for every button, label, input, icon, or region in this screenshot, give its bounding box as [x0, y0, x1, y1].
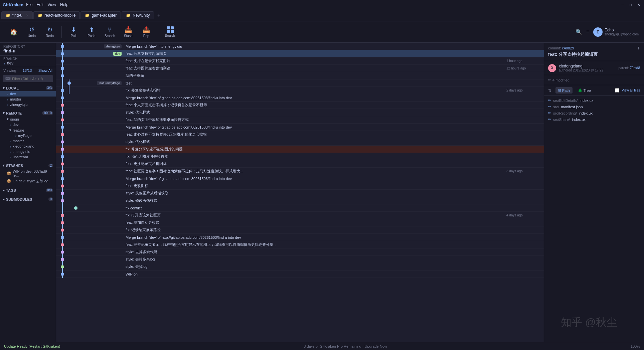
- tree-view-button[interactable]: 🌲 Tree: [575, 87, 594, 94]
- commit-row[interactable]: feat: 我的页面中添加抹架桌面快捷方式: [56, 116, 544, 124]
- sidebar-item-remote-feature[interactable]: ▾ feature: [3, 127, 56, 133]
- stash-item-2[interactable]: 📦 On dev: style: 去除log: [0, 178, 56, 184]
- stash-icon: 📥: [125, 26, 132, 33]
- update-status[interactable]: Update Ready (Restart GitKraken): [4, 344, 60, 348]
- close-button[interactable]: ✕: [636, 2, 641, 7]
- push-button[interactable]: ⬆ Push: [83, 25, 100, 39]
- commit-row[interactable]: style: 头像图片从后端获取: [56, 190, 544, 197]
- view-all-files-button[interactable]: View all files: [615, 88, 640, 93]
- commit-message: 我的子页面: [123, 73, 544, 78]
- download-icon[interactable]: ⬇: [637, 46, 640, 50]
- avatar: E: [593, 27, 603, 37]
- search-icon[interactable]: 🔍: [576, 29, 582, 35]
- add-tab-button[interactable]: +: [155, 11, 163, 19]
- boards-button[interactable]: Boards: [162, 25, 179, 39]
- detail-file-4[interactable]: ✏ src/Share/ index.ux: [544, 116, 644, 123]
- pull-button[interactable]: ⬇ Pull: [65, 25, 82, 39]
- sidebar-item-remote-mypage[interactable]: ⑂ myPage: [3, 133, 56, 138]
- tags-section-header[interactable]: ▸ TAGS 0/0: [0, 187, 56, 193]
- commit-row[interactable]: fix: 修复发布动态报错2 days ago: [56, 87, 544, 94]
- chevron-icon-stashes: ▾: [3, 163, 5, 168]
- commit-row[interactable]: devfeat: 分享支持拉起编辑页: [56, 50, 544, 57]
- branch-button[interactable]: ⑂ Branch: [101, 25, 119, 39]
- menu-edit[interactable]: Edit: [36, 2, 43, 7]
- commit-message: feat: 个人页面点击不搁掉；记录页首次记录不显示: [123, 103, 544, 108]
- commit-row[interactable]: feat: 更换记录页相机图标: [56, 160, 544, 168]
- commit-row[interactable]: fix: 动态无图片时去掉首器: [56, 153, 544, 160]
- branch-icon: ⑂: [3, 61, 6, 65]
- commit-row[interactable]: Merge branch 'dev' of gitlab.os.adc.com:…: [56, 124, 544, 131]
- undo-button[interactable]: ↺ Undo: [23, 25, 40, 39]
- commit-row[interactable]: WIP on: [56, 271, 544, 278]
- tab-find-u[interactable]: 📁 find-u ✕: [1, 11, 33, 19]
- show-all-button[interactable]: Show All: [38, 68, 52, 72]
- detail-file-3[interactable]: ✏ src/Recording/ index.ux: [544, 110, 644, 116]
- commit-row[interactable]: feat: 支持在记录页找完图片1 hour ago: [56, 57, 544, 65]
- commit-row[interactable]: feat: 走心过程不支持暂停; 压缩图片;优化走心按钮: [56, 131, 544, 138]
- pull-icon: ⬇: [71, 26, 76, 33]
- menu-file[interactable]: File: [26, 2, 32, 7]
- commit-row[interactable]: style: 去掉多余代码: [56, 248, 544, 256]
- commit-row[interactable]: feature/myPagetest: [56, 79, 544, 87]
- commit-row[interactable]: zhengyiqiuMerge branch 'dev' into zhengy…: [56, 43, 544, 50]
- remote-section-header[interactable]: ▾ REMOTE 10/10: [0, 110, 56, 116]
- submodules-section-header[interactable]: ▸ SUBMODULES 0: [0, 196, 56, 202]
- sidebar-item-master[interactable]: ⑂ master: [0, 97, 56, 102]
- maximize-button[interactable]: □: [628, 2, 633, 7]
- commit-row[interactable]: fix: 打开应该为社区页4 days ago: [56, 212, 544, 219]
- branch-label-tag: feature/myPage: [97, 81, 122, 85]
- stashes-section-header[interactable]: ▾ STASHES 2: [0, 162, 56, 169]
- sidebar-item-dev[interactable]: ⑂ dev: [0, 91, 56, 97]
- commit-row[interactable]: fix: 修复分享轨迹不能选图片的问题: [56, 146, 544, 153]
- sidebar-item-remote-master[interactable]: ⑂ master: [3, 138, 56, 144]
- sidebar-item-origin[interactable]: ▾ origin: [0, 116, 56, 122]
- zoom-level: 100%: [631, 344, 640, 348]
- tab-newunity[interactable]: 📁 NewUnity: [122, 11, 154, 19]
- commit-row[interactable]: style: 修改头像样式: [56, 197, 544, 204]
- stash-item-1[interactable]: 📦 WIP on dev: 037fad9 fe...: [0, 169, 56, 178]
- commit-row[interactable]: style: 优化样式: [56, 138, 544, 146]
- minimize-button[interactable]: ─: [620, 2, 625, 7]
- commit-graph-cell: [56, 116, 123, 124]
- sidebar-item-remote-zhengyiqiu[interactable]: ⑂ zhengyiqiu: [3, 149, 56, 154]
- menu-help[interactable]: Help: [60, 2, 68, 7]
- commit-row[interactable]: style: 去掉log: [56, 263, 544, 271]
- tab-close-icon[interactable]: ✕: [26, 14, 28, 17]
- sidebar-item-remote-dev[interactable]: ⑂ dev: [3, 122, 56, 127]
- remote-dev-label: dev: [13, 123, 19, 127]
- commit-row[interactable]: fix conflict: [56, 204, 544, 212]
- sidebar-item-zhengyiqiu[interactable]: ⑂ zhengyiqiu: [0, 102, 56, 107]
- commit-row[interactable]: feat: 个人页面点击不搁掉；记录页首次记录不显示: [56, 102, 544, 109]
- commit-row[interactable]: feat: 支持图片左右鲁动浏览12 hours ago: [56, 65, 544, 72]
- path-view-button[interactable]: ⊟ Path: [555, 87, 573, 94]
- commit-row[interactable]: Merge branch 'dev' of http://gitlab.os.a…: [56, 234, 544, 241]
- commit-row[interactable]: feat: 增加自动走模式: [56, 219, 544, 226]
- filter-input[interactable]: [12, 77, 56, 81]
- menu-icon[interactable]: ≡: [586, 29, 589, 35]
- menu-view[interactable]: View: [47, 2, 56, 7]
- sidebar-item-remote-xiedongxiang[interactable]: ⑂ xiedongxiang: [3, 144, 56, 149]
- commit-message: feat: 社区更改名字！图标改为紫色不拉伸；走马灯速度加快、样式增大；: [123, 169, 504, 174]
- remote-upstream-label: upstream: [13, 155, 28, 159]
- detail-file-1[interactable]: ✏ src/EditDetails/ index.ux: [544, 97, 644, 104]
- commit-row[interactable]: fix: 记录结束展示路径: [56, 226, 544, 234]
- sidebar-item-remote-upstream[interactable]: ⑂ upstream: [3, 154, 56, 160]
- svg-point-41: [61, 184, 64, 188]
- commit-row[interactable]: Merge branch 'dev' of gitlab.os.adc.com:…: [56, 94, 544, 102]
- tab-react-antd-mobile[interactable]: 📁 react-antd-mobile: [33, 11, 80, 19]
- stash-button[interactable]: 📥 Stash: [120, 25, 137, 39]
- commit-row[interactable]: 我的子页面: [56, 72, 544, 79]
- pop-button[interactable]: 📤 Pop: [138, 25, 155, 39]
- commit-row[interactable]: style: 去掉多余log: [56, 256, 544, 263]
- commit-row[interactable]: feat: 完善记录页显示；现在拍照会实时显示在地图上；编辑页可以自由编辑历史轨…: [56, 241, 544, 248]
- branch-icon-zhengyiqiu: ⑂: [7, 103, 9, 107]
- commit-row[interactable]: Merge branch 'dev' of gitlab.os.adc.com:…: [56, 175, 544, 182]
- redo-button[interactable]: ↻ Redo: [41, 25, 58, 39]
- view-all-checkbox[interactable]: [615, 88, 619, 93]
- tab-game-adapter[interactable]: 📁 game-adapter: [80, 11, 121, 19]
- commit-row[interactable]: feat: 社区更改名字！图标改为紫色不拉伸；走马灯速度加快、样式增大；3 da…: [56, 168, 544, 175]
- local-section-header[interactable]: ▾ LOCAL 3/3: [0, 85, 56, 91]
- commit-row[interactable]: feat: 更改图标: [56, 182, 544, 190]
- commit-row[interactable]: style: 优化样式: [56, 109, 544, 116]
- detail-file-2[interactable]: ✏ src/ manifest.json: [544, 104, 644, 110]
